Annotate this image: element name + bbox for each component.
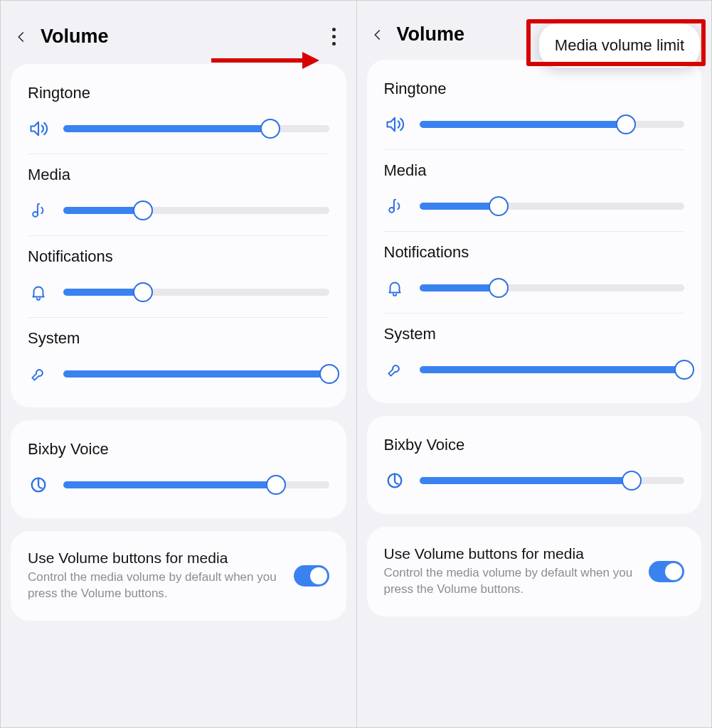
music-icon (28, 200, 49, 221)
volume-card: Ringtone Media (367, 60, 702, 403)
bixby-slider[interactable] (63, 481, 329, 488)
media-buttons-toggle[interactable] (294, 565, 329, 587)
speaker-icon (384, 114, 405, 135)
pane-right: Volume Media volume limit Ringtone Media (356, 1, 712, 727)
svg-marker-5 (387, 118, 395, 132)
slider-notifications: Notifications (28, 235, 329, 317)
media-buttons-toggle[interactable] (649, 561, 684, 582)
menu-item-media-volume-limit[interactable]: Media volume limit (539, 23, 700, 68)
notifications-slider[interactable] (420, 284, 685, 291)
slider-ringtone: Ringtone (28, 73, 329, 154)
music-icon (384, 196, 405, 217)
wrench-icon (28, 363, 49, 385)
slider-bixby: Bixby Voice (384, 424, 685, 505)
media-slider[interactable] (420, 203, 685, 210)
media-slider[interactable] (63, 207, 329, 214)
volume-card: Ringtone Media (11, 64, 346, 407)
media-buttons-title: Use Volume buttons for media (28, 550, 282, 567)
bixby-icon (28, 474, 49, 496)
pane-left: Volume Ringtone Media (1, 1, 356, 727)
slider-system: System (384, 313, 685, 395)
media-buttons-title: Use Volume buttons for media (384, 545, 638, 562)
media-buttons-sub: Control the media volume by default when… (384, 565, 638, 598)
bixby-card: Bixby Voice (367, 416, 702, 514)
bixby-icon (384, 470, 405, 491)
more-options-button[interactable] (326, 23, 342, 50)
bixby-slider[interactable] (420, 477, 685, 484)
system-slider[interactable] (420, 366, 685, 373)
svg-marker-2 (31, 122, 39, 136)
page-title: Volume (41, 26, 109, 48)
wrench-icon (384, 359, 405, 380)
speaker-icon (28, 118, 49, 139)
notifications-slider[interactable] (63, 289, 329, 296)
slider-media: Media (384, 149, 685, 231)
ringtone-slider[interactable] (420, 121, 685, 128)
header: Volume (11, 11, 346, 64)
header: Volume Media volume limit (367, 11, 702, 60)
slider-bixby: Bixby Voice (28, 429, 329, 510)
ringtone-slider[interactable] (63, 125, 329, 132)
media-buttons-card: Use Volume buttons for media Control the… (11, 531, 346, 621)
bixby-card: Bixby Voice (11, 420, 346, 518)
slider-system: System (28, 317, 329, 399)
bell-icon (384, 277, 405, 299)
back-icon[interactable] (15, 27, 28, 47)
back-icon[interactable] (371, 25, 384, 45)
slider-media: Media (28, 154, 329, 235)
page-title: Volume (397, 23, 465, 46)
slider-ringtone: Ringtone (384, 68, 685, 149)
system-slider[interactable] (63, 370, 329, 378)
slider-notifications: Notifications (384, 231, 685, 313)
media-buttons-sub: Control the media volume by default when… (28, 569, 282, 602)
bell-icon (28, 282, 49, 303)
media-buttons-card: Use Volume buttons for media Control the… (367, 527, 702, 616)
